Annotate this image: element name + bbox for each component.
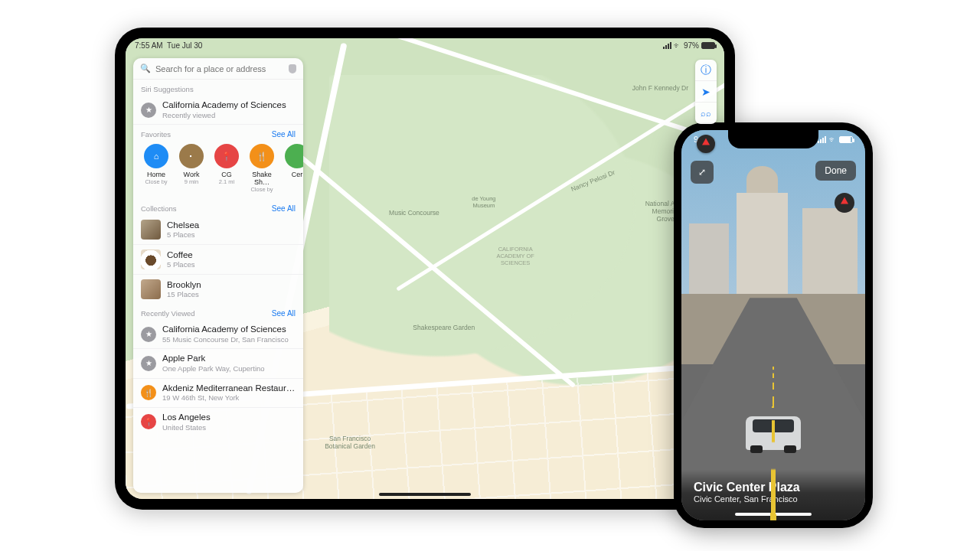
recent-icon: 🍴 [141, 385, 156, 400]
star-icon [141, 103, 156, 118]
battery-icon [839, 136, 853, 143]
recent-row[interactable]: California Academy of Sciences 55 Music … [133, 320, 303, 349]
recent-sub: 55 Music Concourse Dr, San Francisco [162, 335, 289, 344]
map-label-jfk: John F Kennedy Dr [632, 84, 688, 92]
recent-row[interactable]: 📍 Los Angeles United States [133, 408, 303, 436]
cell-signal-icon [663, 42, 671, 49]
recent-sub: United States [162, 423, 211, 432]
collection-thumb [141, 279, 161, 299]
caption-title: Civic Center Plaza [694, 481, 853, 494]
map-info-button[interactable]: ⓘ [695, 60, 717, 81]
search-input[interactable] [155, 64, 284, 73]
iphone-device: 9:04 ᯤ ⤢ Done Civic Center Plaza Civic C… [674, 122, 873, 528]
collection-row[interactable]: Brooklyn 15 Places [133, 275, 303, 304]
collection-row[interactable]: Chelsea 5 Places [133, 215, 303, 245]
collection-sub: 5 Places [167, 260, 194, 269]
favorite-icon [285, 144, 303, 168]
home-indicator[interactable] [379, 493, 471, 496]
favorites-row: ⌂ Home Close by 🞍 Work 9 min 📍 CG 2.1 mi… [133, 141, 303, 199]
search-panel: 🔍 Siri Suggestions California Academy of… [133, 58, 303, 493]
map-lookaround-button[interactable]: ⌕⌕ [695, 103, 717, 124]
favorite-item[interactable]: 🞍 Work 9 min [176, 144, 207, 193]
favorite-icon: 🞍 [179, 144, 204, 168]
favorite-name: Work [176, 171, 207, 178]
collection-title: Brooklyn [167, 280, 201, 291]
favorite-name: Cer [282, 171, 303, 178]
siri-item-title: California Academy of Sciences [162, 100, 286, 111]
collections-label: Collections [141, 204, 176, 213]
map-controls: ⓘ ➤ ⌕⌕ [695, 60, 717, 124]
collection-thumb [141, 249, 161, 269]
collection-row[interactable]: Coffee 5 Places [133, 245, 303, 275]
recent-icon [141, 327, 156, 342]
favorite-name: CG [211, 171, 242, 178]
recent-title: California Academy of Sciences [162, 324, 289, 335]
home-indicator[interactable] [735, 513, 812, 516]
map-label-academy: CALIFORNIA ACADEMY OF SCIENCES [485, 246, 546, 266]
done-button[interactable]: Done [815, 161, 856, 181]
battery-pct: 97% [684, 41, 699, 50]
status-date: Tue Jul 30 [167, 41, 202, 50]
favorite-icon: ⌂ [144, 144, 168, 168]
favorite-item[interactable]: ⌂ Home Close by [141, 144, 172, 193]
map-label-concourse: Music Concourse [389, 209, 439, 217]
favorite-sub: 9 min [176, 178, 207, 185]
recent-row[interactable]: Apple Park One Apple Park Way, Cupertino [133, 349, 303, 378]
recent-icon [141, 356, 156, 371]
favorite-icon: 🍴 [250, 144, 274, 168]
mic-icon[interactable] [289, 64, 296, 73]
collection-sub: 5 Places [167, 230, 199, 239]
recent-seeall[interactable]: See All [272, 309, 296, 318]
ipad-status-bar: 7:55 AM Tue Jul 30 ᯤ 97% [126, 38, 724, 52]
status-time: 7:55 AM [135, 41, 163, 50]
recent-row[interactable]: 🍴 Akdeniz Mediterranean Restaur… 19 W 46… [133, 379, 303, 408]
recent-title: Los Angeles [162, 412, 211, 423]
map-label-shakes: Shakespeare Garden [413, 324, 475, 331]
collection-thumb [141, 220, 161, 240]
recent-sub: One Apple Park Way, Cupertino [162, 364, 265, 373]
favorite-sub: Close by [141, 178, 172, 185]
collapse-button[interactable]: ⤢ [691, 161, 714, 184]
collection-title: Coffee [167, 250, 194, 261]
recent-sub: 19 W 46th St, New York [162, 393, 295, 402]
search-field[interactable]: 🔍 [133, 58, 303, 80]
wifi-icon: ᯤ [674, 41, 681, 50]
collection-title: Chelsea [167, 220, 199, 231]
recent-title: Apple Park [162, 354, 265, 364]
wifi-icon: ᯤ [828, 135, 837, 144]
favorite-item[interactable]: 📍 CG 2.1 mi [211, 144, 242, 193]
battery-icon [701, 42, 715, 49]
recent-icon: 📍 [141, 414, 156, 429]
favorites-seeall[interactable]: See All [272, 130, 296, 139]
favorite-item[interactable]: Cer [282, 144, 303, 193]
map-label-nancy: Nancy Pelosi Dr [570, 168, 616, 193]
iphone-screen: 9:04 ᯤ ⤢ Done Civic Center Plaza Civic C… [681, 130, 865, 520]
favorites-label: Favorites [141, 130, 171, 139]
map-locate-button[interactable]: ➤ [695, 81, 717, 103]
favorite-sub: Close by [247, 186, 277, 193]
favorite-sub: 2.1 mi [211, 178, 242, 185]
map-label-botanical: San Francisco Botanical Garden [323, 435, 377, 450]
caption-sub: Civic Center, San Francisco [694, 494, 853, 504]
siri-section-label: Siri Suggestions [133, 80, 303, 96]
compass-icon[interactable] [697, 135, 715, 153]
collections-seeall[interactable]: See All [272, 204, 296, 213]
cell-signal-icon [818, 136, 826, 143]
favorite-name: Shake Sh… [247, 171, 277, 186]
recent-title: Akdeniz Mediterranean Restaur… [162, 383, 295, 394]
siri-item-sub: Recently viewed [162, 111, 286, 119]
lookaround-view[interactable] [681, 130, 865, 520]
favorite-icon: 📍 [214, 144, 239, 168]
map-label-museum: de Young Museum [461, 195, 507, 209]
ipad-device: John F Kennedy Dr Nancy Pelosi Dr Music … [115, 28, 735, 510]
favorite-item[interactable]: 🍴 Shake Sh… Close by [247, 144, 277, 193]
ipad-screen: John F Kennedy Dr Nancy Pelosi Dr Music … [126, 38, 724, 499]
compass-icon[interactable] [835, 193, 854, 213]
favorite-name: Home [141, 171, 172, 178]
recent-label: Recently Viewed [141, 309, 195, 318]
search-icon: 🔍 [140, 64, 151, 73]
collection-sub: 15 Places [167, 290, 201, 298]
siri-suggestion-row[interactable]: California Academy of Sciences Recently … [133, 96, 303, 125]
